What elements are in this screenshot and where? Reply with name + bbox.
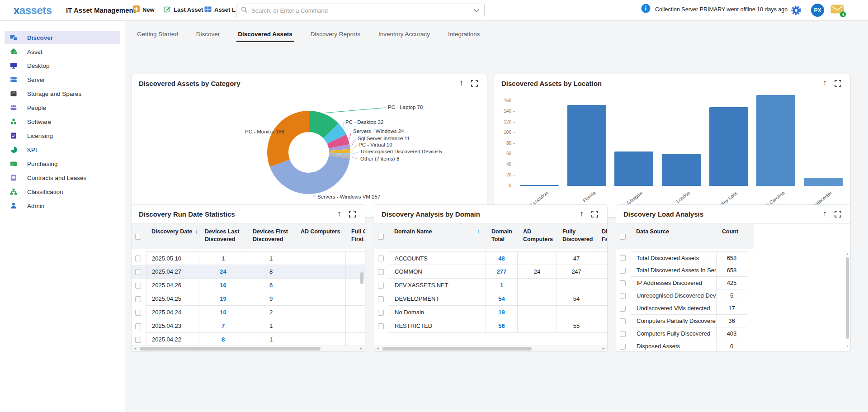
row-checkbox[interactable] (620, 293, 626, 299)
cell-link[interactable]: 19 (498, 309, 505, 316)
row-checkbox[interactable] (620, 344, 626, 350)
table-cell: No Domain (389, 306, 486, 319)
table-cell: 8 (247, 265, 295, 279)
sort-up-icon[interactable]: ↑ (477, 228, 480, 236)
row-checkbox[interactable] (135, 323, 141, 329)
info-icon[interactable] (641, 4, 651, 15)
sidebar-item-purchasing[interactable]: Purchasing (5, 157, 120, 170)
row-checkbox[interactable] (620, 331, 626, 337)
cell-link[interactable]: 8 (222, 336, 225, 343)
export-up-icon[interactable]: ↑ (823, 78, 827, 88)
scroll-left-icon[interactable]: ◄ (133, 346, 137, 350)
export-up-icon[interactable]: ↑ (823, 209, 827, 218)
tab-discovered-assets[interactable]: Discovered Assets (238, 31, 292, 42)
sidebar-item-server[interactable]: Server (5, 73, 120, 86)
row-checkbox[interactable] (620, 306, 626, 312)
sidebar-item-discover[interactable]: Discover (5, 31, 120, 44)
cell-link[interactable]: 1 (500, 282, 503, 289)
row-checkbox[interactable] (135, 269, 141, 275)
h-scrollbar-thumb[interactable] (140, 347, 321, 350)
cell-link[interactable]: 7 (222, 322, 225, 329)
cell-link[interactable]: 56 (498, 322, 505, 329)
cell-link[interactable]: 10 (220, 309, 226, 316)
select-all-checkbox[interactable] (135, 234, 141, 240)
row-checkbox[interactable] (620, 280, 626, 286)
cell-link[interactable]: 54 (498, 295, 505, 302)
select-all-checkbox[interactable] (378, 234, 384, 240)
sidebar-item-label: Software (27, 118, 51, 125)
sort-down-icon[interactable]: ↓ (195, 228, 198, 235)
v-scrollbar-thumb[interactable] (360, 272, 363, 284)
table-row: Computers Fully Discovered403 (616, 327, 850, 340)
cell-link[interactable]: 277 (497, 268, 507, 275)
sidebar-item-classification[interactable]: Classification (5, 185, 120, 199)
row-checkbox[interactable] (378, 310, 384, 316)
sidebar-item-asset[interactable]: Asset (5, 45, 120, 58)
sidebar-item-people[interactable]: People (5, 101, 120, 114)
row-checkbox[interactable] (620, 318, 626, 324)
tab-getting-started[interactable]: Getting Started (137, 31, 178, 42)
xassets-logo[interactable]: xassets (14, 4, 52, 17)
fullscreen-icon[interactable] (471, 80, 478, 89)
scroll-right-icon[interactable]: ► (359, 346, 363, 350)
tab-inventory-accuracy[interactable]: Inventory Accuracy (378, 31, 430, 42)
row-checkbox[interactable] (135, 296, 141, 302)
row-checkbox[interactable] (620, 268, 626, 274)
cell-link[interactable]: 19 (220, 295, 226, 302)
licensing-icon (10, 132, 17, 139)
select-all-checkbox[interactable] (620, 234, 626, 240)
search-input[interactable] (251, 7, 473, 14)
row-checkbox[interactable] (135, 337, 141, 343)
table-cell: 10 (199, 306, 247, 319)
fullscreen-icon[interactable] (835, 211, 841, 219)
tab-discovery-reports[interactable]: Discovery Reports (311, 31, 360, 42)
row-checkbox[interactable] (378, 296, 384, 302)
sidebar-item-kpi[interactable]: KPI (5, 143, 120, 156)
row-checkbox[interactable] (378, 269, 384, 275)
fullscreen-icon[interactable] (835, 80, 841, 89)
h-scrollbar-thumb[interactable] (382, 347, 532, 350)
row-checkbox[interactable] (135, 256, 141, 261)
gear-icon[interactable] (791, 5, 802, 18)
sidebar-item-admin[interactable]: Admin (5, 199, 120, 213)
v-scrollbar-thumb[interactable] (846, 257, 849, 339)
row-checkbox[interactable] (378, 283, 384, 289)
y-tick-label: 120 (494, 119, 511, 124)
edit-icon (164, 5, 171, 14)
table-cell (346, 333, 365, 346)
chevron-down-icon[interactable] (473, 6, 480, 14)
scroll-up-icon[interactable]: ▲ (846, 252, 849, 255)
table-row: Disposed Assets0 (616, 340, 850, 352)
row-checkbox[interactable] (135, 283, 141, 289)
cell-link[interactable]: 1 (222, 255, 225, 262)
tab-integrations[interactable]: Integrations (448, 31, 480, 42)
sidebar-item-desktop[interactable]: Desktop (5, 59, 120, 72)
table-cell (518, 306, 557, 319)
new-button[interactable]: New (133, 5, 155, 14)
panel-discovered-assets-by-location: Discovered Assets by Location ↑ 02040608… (494, 74, 851, 218)
row-checkbox[interactable] (620, 255, 626, 261)
sidebar-item-contracts-and-leases[interactable]: Contracts and Leases (5, 171, 120, 185)
export-up-icon[interactable]: ↑ (459, 78, 463, 88)
row-checkbox[interactable] (378, 323, 384, 329)
cell-link[interactable]: 16 (220, 282, 226, 289)
export-up-icon[interactable]: ↑ (580, 209, 584, 218)
row-checkbox[interactable] (378, 256, 384, 261)
cell-link[interactable]: 24 (220, 268, 226, 275)
sidebar-item-software[interactable]: Software (5, 115, 120, 128)
scroll-down-icon[interactable]: ▼ (846, 345, 849, 348)
scroll-left-icon[interactable]: ◄ (376, 346, 380, 350)
table-cell (596, 319, 608, 333)
scroll-right-icon[interactable]: ► (602, 346, 605, 350)
user-avatar[interactable]: PX (811, 4, 824, 17)
export-up-icon[interactable]: ↑ (337, 209, 341, 218)
sidebar-item-storage-and-spares[interactable]: Storage and Spares (5, 87, 120, 100)
row-checkbox[interactable] (135, 310, 141, 316)
fullscreen-icon[interactable] (591, 211, 598, 219)
tab-discover[interactable]: Discover (196, 31, 220, 42)
cell-link[interactable]: 48 (498, 255, 505, 262)
sidebar-item-licensing[interactable]: Licensing (5, 129, 120, 142)
last-asset-button[interactable]: Last Asset (164, 5, 203, 14)
fullscreen-icon[interactable] (349, 211, 356, 219)
table-cell: 2 (247, 306, 295, 319)
